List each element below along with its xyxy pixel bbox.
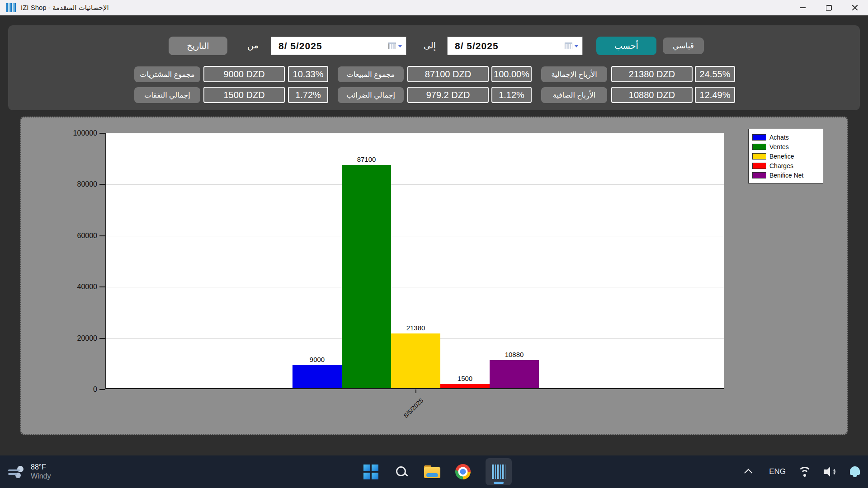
total-expenses-pct: 1.72% xyxy=(288,87,328,103)
hidden-icons-button[interactable] xyxy=(741,464,757,480)
search-icon xyxy=(395,465,408,478)
taskbar-center-icons xyxy=(363,455,512,488)
date-button[interactable]: التاريخ xyxy=(169,37,227,55)
x-axis-tick xyxy=(415,389,416,393)
chevron-down-icon[interactable] xyxy=(574,45,579,47)
bar-value-label: 87100 xyxy=(342,155,391,163)
close-button[interactable] xyxy=(842,0,868,15)
izishop-barcode-icon xyxy=(492,465,505,479)
active-app-indicator xyxy=(494,482,504,484)
legend-swatch xyxy=(752,172,766,178)
app-barcode-icon xyxy=(6,3,16,12)
net-profit-label[interactable]: الأرباح الصافية xyxy=(541,87,607,103)
izishop-app-button-active[interactable] xyxy=(486,458,512,485)
x-axis-category-label: 8/5/2025 xyxy=(393,397,425,429)
legend-label: Benifice Net xyxy=(769,172,803,179)
gross-profit-label[interactable]: الأرباح الإجمالية xyxy=(541,66,607,82)
window-title: IZI Shop - الإحصائيات المتقدمة xyxy=(21,4,109,12)
taskbar-tray: ENG xyxy=(741,455,860,488)
total-taxes-pct: 1.12% xyxy=(491,87,532,103)
y-axis-tick-label: 60000 xyxy=(62,232,97,240)
y-axis-tick xyxy=(99,235,105,236)
gridline xyxy=(106,184,724,185)
y-axis-tick xyxy=(99,184,105,185)
legend-swatch xyxy=(752,153,766,160)
legend-item: Charges xyxy=(752,161,819,170)
close-icon xyxy=(852,5,858,11)
bar-achats xyxy=(292,365,342,388)
legend-item: Benifice Net xyxy=(752,170,819,180)
windy-weather-icon xyxy=(8,465,25,479)
chart-legend: AchatsVentesBeneficeChargesBenifice Net xyxy=(748,129,823,183)
chevron-up-icon xyxy=(744,469,752,477)
control-panel: التاريخ من 8/ 5/2025 إلى 8/ 5/2025 أحسب … xyxy=(8,25,860,110)
y-axis-tick-label: 40000 xyxy=(62,283,97,291)
language-indicator[interactable]: ENG xyxy=(769,467,786,476)
legend-swatch xyxy=(752,144,766,150)
titlebar: IZI Shop - الإحصائيات المتقدمة xyxy=(0,0,868,15)
minimize-button[interactable] xyxy=(789,0,816,15)
total-sales-value: 87100 DZD xyxy=(407,66,489,82)
chevron-down-icon[interactable] xyxy=(398,45,402,47)
chart-panel: 0200004000060000800001000009000871002138… xyxy=(20,117,848,435)
legend-item: Ventes xyxy=(752,142,819,151)
calendar-icon xyxy=(388,42,396,49)
from-date-picker[interactable]: 8/ 5/2025 xyxy=(271,37,406,55)
bar-ventes xyxy=(342,165,391,388)
weather-widget[interactable]: 88°F Windy xyxy=(8,455,51,488)
from-label: من xyxy=(247,40,259,51)
standard-button[interactable]: قياسي xyxy=(663,38,704,54)
start-button[interactable] xyxy=(363,464,379,480)
restore-icon xyxy=(826,5,832,11)
legend-swatch xyxy=(752,163,766,169)
y-axis-tick xyxy=(99,286,105,287)
to-date-picker[interactable]: 8/ 5/2025 xyxy=(447,37,583,55)
bar-benifice-net xyxy=(490,360,539,388)
total-expenses-value: 1500 DZD xyxy=(203,87,285,103)
legend-item: Achats xyxy=(752,132,819,142)
notification-bell-icon[interactable] xyxy=(850,466,860,477)
bar-value-label: 9000 xyxy=(292,356,342,363)
legend-swatch xyxy=(752,134,766,141)
from-date-value: 8/ 5/2025 xyxy=(271,41,388,52)
bar-value-label: 10880 xyxy=(490,351,539,358)
calendar-icon xyxy=(565,42,572,49)
file-explorer-button[interactable] xyxy=(424,464,440,480)
y-axis-tick-label: 20000 xyxy=(62,334,97,343)
search-button[interactable] xyxy=(393,464,410,480)
y-axis-tick-label: 0 xyxy=(62,385,97,394)
taskbar: 88°F Windy xyxy=(0,455,868,488)
minimize-icon xyxy=(800,7,806,8)
net-profit-pct: 12.49% xyxy=(695,87,735,103)
y-axis-tick-label: 80000 xyxy=(62,180,97,188)
total-purchases-label[interactable]: مجموع المشتريات xyxy=(134,66,200,82)
gross-profit-value: 21380 DZD xyxy=(611,66,693,82)
total-sales-pct: 100.00% xyxy=(491,66,532,82)
net-profit-value: 10880 DZD xyxy=(611,87,693,103)
to-date-value: 8/ 5/2025 xyxy=(448,41,565,52)
total-purchases-value: 9000 DZD xyxy=(203,66,285,82)
total-purchases-pct: 10.33% xyxy=(288,66,328,82)
wifi-icon[interactable] xyxy=(797,466,812,478)
bar-value-label: 21380 xyxy=(391,324,440,332)
total-sales-label[interactable]: مجموع المبيعات xyxy=(338,66,404,82)
file-explorer-icon xyxy=(424,465,440,478)
weather-condition: Windy xyxy=(31,472,51,481)
legend-label: Achats xyxy=(769,134,789,141)
bar-value-label: 1500 xyxy=(440,375,490,382)
bar-benefice xyxy=(391,333,440,388)
total-expenses-label[interactable]: إجمالي النفقات xyxy=(134,87,200,103)
to-label: إلى xyxy=(424,40,436,51)
gross-profit-pct: 24.55% xyxy=(695,66,735,82)
chrome-icon xyxy=(455,464,471,479)
app-window: IZI Shop - الإحصائيات المتقدمة التاريخ م… xyxy=(0,0,868,455)
volume-icon[interactable] xyxy=(824,466,838,478)
legend-label: Ventes xyxy=(769,143,789,150)
restore-button[interactable] xyxy=(816,0,842,15)
total-taxes-label[interactable]: إجمالي الضرائب xyxy=(338,87,404,103)
legend-label: Benefice xyxy=(769,153,794,160)
legend-label: Charges xyxy=(769,162,793,169)
calculate-button[interactable]: أحسب xyxy=(596,37,656,55)
y-axis-tick xyxy=(99,389,105,390)
chrome-button[interactable] xyxy=(455,464,471,480)
